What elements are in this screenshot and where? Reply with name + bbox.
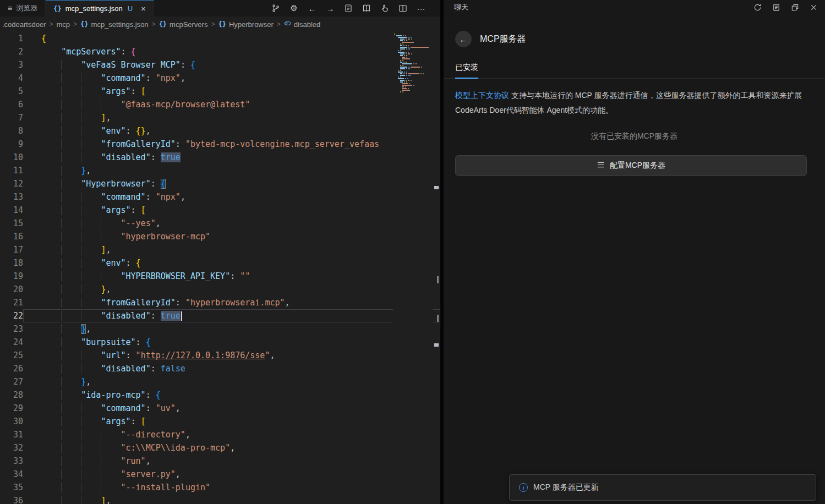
line-number: 33 (0, 454, 23, 468)
code-line[interactable]: 34 "server.py", (0, 468, 440, 481)
configure-mcp-button[interactable]: 配置MCP服务器 (455, 155, 807, 176)
code-line[interactable]: 33 "run", (0, 454, 440, 468)
close-window-icon[interactable] (809, 3, 818, 12)
breadcrumb-item-hyperbrowser[interactable]: {} Hyperbrowser (218, 20, 273, 29)
line-number: 2 (0, 45, 23, 58)
code-line[interactable]: 27 }, (0, 375, 440, 388)
code-line[interactable]: 8 "env": {}, (0, 124, 440, 138)
json-file-icon: {} (53, 5, 61, 13)
line-number: 5 (0, 85, 23, 98)
app-window: ≡ 浏览器 {} mcp_settings.json U × ⚙ ← → (0, 0, 825, 504)
line-number: 14 (0, 204, 23, 217)
tab-mcp-settings-json[interactable]: {} mcp_settings.json U × (46, 0, 154, 17)
close-tab-icon[interactable]: × (141, 4, 146, 13)
notification-toast[interactable]: i MCP 服务器已更新 (509, 474, 816, 501)
breadcrumb-item-folder[interactable]: .codeartsdoer (2, 20, 46, 29)
hand-pointer-icon[interactable] (380, 3, 390, 13)
overview-mark (434, 186, 439, 189)
tab-browser[interactable]: ≡ 浏览器 (0, 0, 46, 17)
code-line[interactable]: 21 "fromGalleryId": "hyperbrowserai.mcp"… (0, 296, 440, 309)
code-line[interactable]: 4 "command": "npx", (0, 72, 440, 85)
list-settings-icon (597, 161, 605, 171)
code-line[interactable]: 19 "HYPERBROWSER_API_KEY": "" (0, 270, 440, 283)
line-number: 7 (0, 111, 23, 124)
code-line[interactable]: 26 "disabled": false (0, 362, 440, 375)
refresh-icon[interactable] (753, 3, 762, 12)
code-line[interactable]: 20 }, (0, 283, 440, 296)
tab-label: mcp_settings.json (65, 4, 123, 13)
code-line[interactable]: 31 "--directory", (0, 428, 440, 441)
info-icon: i (519, 483, 528, 492)
code-line[interactable]: 16 "hyperbrowser-mcp" (0, 230, 440, 243)
json-file-icon: {} (80, 20, 88, 28)
code-line[interactable]: 28 "ida-pro-mcp": { (0, 388, 440, 402)
code-line[interactable]: 12 "Hyperbrowser": { (0, 177, 440, 190)
code-line[interactable]: 11 }, (0, 164, 440, 177)
code-line[interactable]: 2 "mcpServers": { (0, 45, 440, 58)
code-line[interactable]: 25 "url": "http://127.0.0.1:9876/sse", (0, 349, 440, 362)
overview-mark (437, 276, 439, 283)
breadcrumb-item-file[interactable]: {} mcp_settings.json (80, 20, 149, 29)
code-line[interactable]: 13 "command": "npx", (0, 190, 440, 204)
line-number: 34 (0, 468, 23, 481)
line-number: 10 (0, 151, 23, 164)
code-line[interactable]: 32 "c:\\MCP\\ida-pro-mcp", (0, 441, 440, 454)
forward-icon[interactable]: → (325, 3, 335, 13)
line-number: 20 (0, 283, 23, 296)
notebook-icon[interactable] (343, 3, 353, 13)
line-number: 4 (0, 72, 23, 85)
minimap[interactable] (393, 32, 433, 504)
git-branch-icon[interactable] (271, 3, 281, 13)
gear-icon[interactable]: ⚙ (289, 3, 299, 13)
code-line[interactable]: 30 "args": [ (0, 415, 440, 428)
book-preview-icon[interactable] (362, 3, 371, 13)
line-number: 1 (0, 32, 23, 45)
breadcrumb-item-mcp[interactable]: mcp (57, 20, 70, 29)
line-number: 23 (0, 322, 23, 336)
split-editor-icon[interactable] (398, 3, 408, 13)
code-line[interactable]: 18 "env": { (0, 256, 440, 270)
code-line[interactable]: 17 ], (0, 243, 440, 256)
line-number: 16 (0, 230, 23, 243)
line-number: 24 (0, 336, 23, 349)
code-line[interactable]: 7 ], (0, 111, 440, 124)
tab-installed[interactable]: 已安装 (455, 63, 478, 79)
editor-toolbar: ⚙ ← → ··· (271, 0, 440, 17)
arrow-left-icon: ← (460, 35, 468, 44)
line-number: 35 (0, 481, 23, 494)
note-icon[interactable] (772, 3, 781, 12)
code-line[interactable]: 36 ], (0, 494, 440, 504)
chevron-right-icon: > (73, 20, 77, 28)
empty-state-text: 没有已安装的MCP服务器 (444, 132, 825, 141)
code-line[interactable]: 24 "burpsuite": { (0, 336, 440, 349)
line-number: 29 (0, 402, 23, 415)
breadcrumb-item-disabled[interactable]: disabled (284, 20, 320, 29)
code-line[interactable]: 6 "@faas-mcp/browser@latest" (0, 98, 440, 111)
code-line[interactable]: 22 "disabled": true (0, 309, 440, 322)
code-line[interactable]: 9 "fromGalleryId": "byted-mcp-volcengine… (0, 138, 440, 151)
overview-ruler[interactable] (433, 32, 440, 504)
line-number: 26 (0, 362, 23, 375)
back-button[interactable]: ← (455, 31, 472, 47)
mcp-protocol-link[interactable]: 模型上下文协议 (455, 91, 509, 100)
code-line[interactable]: 23 }, (0, 322, 440, 336)
code-line[interactable]: 5 "args": [ (0, 85, 440, 98)
code-line[interactable]: 1{ (0, 32, 440, 45)
line-number: 22 (0, 309, 23, 322)
code-line[interactable]: 15 "--yes", (0, 217, 440, 230)
more-actions-icon[interactable]: ··· (416, 3, 426, 13)
overview-mark (434, 343, 439, 347)
mcp-tabs-row: 已安装 (444, 62, 825, 79)
code-line[interactable]: 10 "disabled": true (0, 151, 440, 164)
line-number: 13 (0, 190, 23, 204)
code-line[interactable]: 3 "veFaaS Browser MCP": { (0, 58, 440, 72)
breadcrumb-item-mcpservers[interactable]: {} mcpServers (159, 20, 208, 29)
code-line[interactable]: 29 "command": "uv", (0, 402, 440, 415)
code-line[interactable]: 35 "--install-plugin" (0, 481, 440, 494)
line-number: 18 (0, 256, 23, 270)
restore-window-icon[interactable] (790, 3, 800, 12)
list-icon: ≡ (8, 4, 12, 13)
back-icon[interactable]: ← (307, 3, 317, 13)
code-line[interactable]: 14 "args": [ (0, 204, 440, 217)
code-editor[interactable]: 1{2 "mcpServers": {3 "veFaaS Browser MCP… (0, 32, 440, 504)
